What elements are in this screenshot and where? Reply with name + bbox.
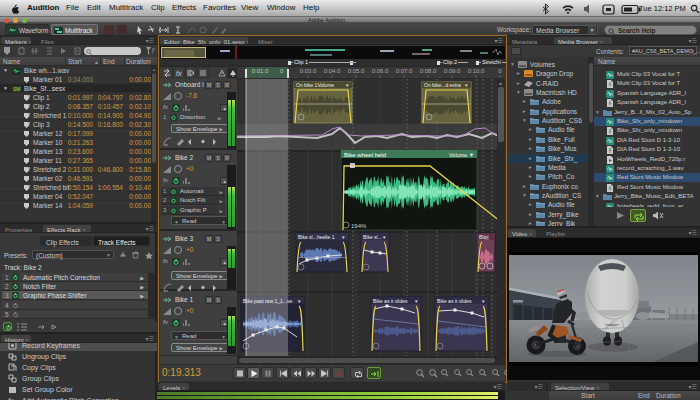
svg-text:Volume ▼: Volume ▼ [449,152,474,158]
svg-text:194%: 194% [351,223,367,229]
svg-text:▼: ▼ [345,83,349,88]
svg-text:▼: ▼ [464,83,468,88]
svg-text:▲: ▲ [498,80,503,86]
svg-text:▼: ▼ [414,299,418,304]
svg-text:▼: ▼ [341,235,345,240]
svg-text:On bike 1Volume: On bike 1Volume [296,82,334,88]
svg-text:▼: ▼ [382,235,386,240]
svg-text:Bike as it slides: Bike as it slides [437,298,472,304]
svg-text:Bike as it slides: Bike as it slides [373,298,408,304]
svg-text:On bike...d extra: On bike...d extra [424,82,461,88]
svg-text:Bike sl...: Bike sl... [363,234,382,240]
svg-text:Blip|: Blip| [479,234,489,240]
svg-text:Bike wheel held: Bike wheel held [344,152,386,158]
svg-text:SM: SM [13,86,21,92]
svg-text:▼: ▼ [297,299,301,304]
svg-text:▼: ▼ [481,299,485,304]
svg-text:fx: fx [176,70,182,77]
svg-text:Bike sl...heelie 1: Bike sl...heelie 1 [298,234,335,240]
